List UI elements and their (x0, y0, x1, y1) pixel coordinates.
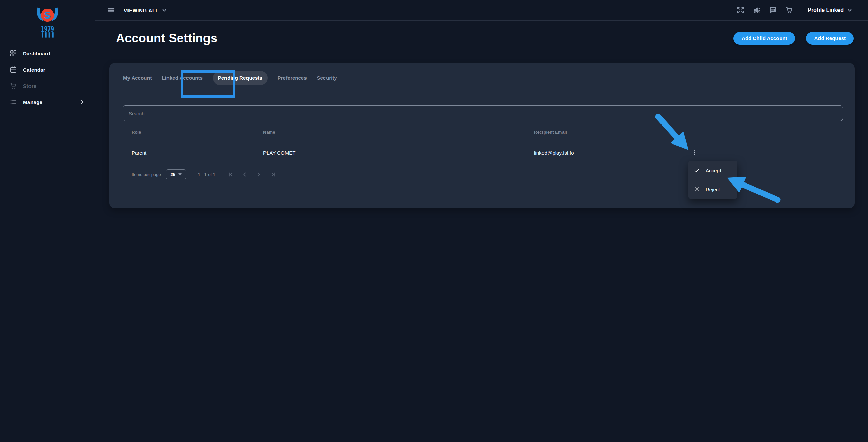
messages-button[interactable] (769, 6, 777, 14)
account-settings-card: My Account Linked Accounts Pending Reque… (109, 63, 855, 208)
sidebar-divider (4, 43, 87, 43)
menu-toggle-button[interactable] (107, 6, 115, 14)
sidebar-item-store[interactable]: Store (0, 78, 95, 94)
menu-item-accept[interactable]: Accept (688, 161, 737, 180)
table-header: Role Name Recipient Email (109, 121, 855, 143)
check-icon (694, 167, 700, 173)
menu-item-label: Reject (706, 187, 720, 192)
menu-item-label: Accept (706, 168, 721, 173)
first-page-button[interactable] (224, 168, 238, 181)
chevron-down-icon (847, 7, 852, 13)
tab-preferences[interactable]: Preferences (278, 75, 307, 81)
tab-pending-requests[interactable]: Pending Requests (213, 71, 268, 85)
logo-year-text: 1979 (41, 25, 54, 33)
pager (224, 168, 280, 181)
close-icon (694, 186, 700, 192)
fullscreen-icon (736, 6, 745, 14)
cart-button[interactable] (785, 6, 793, 14)
topbar: VIEWING ALL Profile Linked (95, 0, 868, 21)
hamburger-icon (107, 6, 115, 14)
cell-role: Parent (132, 150, 263, 156)
add-request-button[interactable]: Add Request (806, 32, 854, 45)
chat-icon (769, 6, 777, 14)
chevron-right-icon (256, 171, 262, 178)
announcements-button[interactable] (753, 6, 761, 14)
sidebar: S 1979 Dashboard Calendar Store (0, 0, 95, 442)
page-title: Account Settings (116, 31, 217, 45)
last-page-icon (270, 171, 276, 178)
cart-icon (9, 82, 17, 90)
fullscreen-button[interactable] (736, 6, 745, 14)
svg-text:S: S (44, 9, 51, 21)
page-header: Account Settings Add Child Account Add R… (95, 21, 868, 56)
dashboard-icon (9, 50, 17, 57)
menu-item-reject[interactable]: Reject (688, 180, 737, 199)
column-header-name: Name (263, 130, 534, 135)
list-icon (9, 98, 17, 106)
add-child-account-button[interactable]: Add Child Account (733, 32, 795, 45)
cell-recipient-email: linked@play.fsf.fo (534, 150, 694, 156)
last-page-button[interactable] (266, 168, 280, 181)
caret-down-icon (178, 173, 182, 175)
chevron-left-icon (242, 171, 248, 178)
sidebar-item-label: Calendar (23, 67, 45, 73)
chevron-down-icon (162, 7, 167, 13)
first-page-icon (228, 171, 234, 178)
sidebar-nav: Dashboard Calendar Store Manage (0, 45, 95, 110)
sidebar-item-dashboard[interactable]: Dashboard (0, 45, 95, 61)
pagination-bar: Items per page 25 1 - 1 of 1 (109, 162, 855, 186)
cart-icon (785, 6, 793, 14)
tab-my-account[interactable]: My Account (123, 75, 152, 81)
megaphone-icon (753, 6, 761, 14)
previous-page-button[interactable] (238, 168, 252, 181)
column-header-recipient-email: Recipient Email (534, 130, 694, 135)
items-per-page-select[interactable]: 25 (166, 169, 186, 179)
sidebar-item-label: Store (23, 83, 36, 89)
search-input[interactable] (123, 105, 843, 121)
chevron-right-icon (79, 99, 85, 105)
row-actions-menu: Accept Reject (688, 161, 737, 199)
viewing-all-dropdown[interactable]: VIEWING ALL (124, 7, 167, 13)
calendar-icon (9, 66, 17, 73)
tab-linked-accounts[interactable]: Linked Accounts (162, 75, 202, 81)
table-row: Parent PLAY COMET linked@play.fsf.fo (109, 143, 855, 162)
sidebar-item-label: Manage (23, 99, 42, 105)
row-actions-button[interactable] (690, 147, 699, 159)
sidebar-item-calendar[interactable]: Calendar (0, 61, 95, 78)
tab-security[interactable]: Security (317, 75, 337, 81)
pagination-range-label: 1 - 1 of 1 (198, 172, 215, 177)
items-per-page-value: 25 (170, 172, 175, 177)
profile-label: Profile Linked (808, 7, 844, 13)
sidebar-item-label: Dashboard (23, 51, 50, 56)
header-actions: Add Child Account Add Request (733, 32, 854, 45)
tab-bar: My Account Linked Accounts Pending Reque… (122, 63, 844, 93)
kebab-menu-icon (691, 149, 698, 156)
next-page-button[interactable] (252, 168, 266, 181)
fsf-club-logo: S 1979 (34, 5, 61, 39)
profile-dropdown[interactable]: Profile Linked (808, 7, 852, 13)
items-per-page-label: Items per page (132, 172, 161, 177)
cell-name: PLAY COMET (263, 150, 534, 156)
sidebar-item-manage[interactable]: Manage (0, 94, 95, 110)
column-header-role: Role (132, 130, 263, 135)
search-wrap (123, 105, 843, 121)
viewing-all-label: VIEWING ALL (124, 7, 159, 13)
